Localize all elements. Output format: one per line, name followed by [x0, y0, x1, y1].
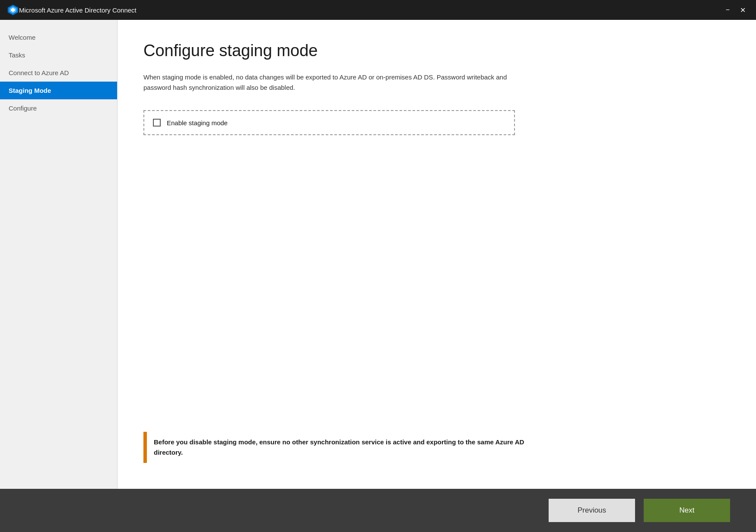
warning-text-content: Before you disable staging mode, ensure … [154, 438, 524, 456]
content-area: Welcome Tasks Connect to Azure AD Stagin… [0, 20, 756, 489]
close-button[interactable]: ✕ [737, 5, 749, 15]
sidebar-item-welcome-label: Welcome [9, 34, 35, 41]
sidebar-item-tasks-label: Tasks [9, 51, 25, 59]
staging-mode-checkbox[interactable] [153, 119, 161, 127]
title-bar: Microsoft Azure Active Directory Connect… [0, 0, 756, 20]
enable-staging-mode-checkbox-container[interactable]: Enable staging mode [143, 110, 515, 135]
sidebar: Welcome Tasks Connect to Azure AD Stagin… [0, 20, 118, 489]
title-bar-controls: − ✕ [722, 5, 749, 15]
sidebar-item-connect-azure-ad[interactable]: Connect to Azure AD [0, 64, 117, 82]
sidebar-item-welcome[interactable]: Welcome [0, 28, 117, 46]
next-button[interactable]: Next [644, 499, 730, 522]
staging-mode-checkbox-label: Enable staging mode [167, 119, 228, 127]
page-description: When staging mode is enabled, no data ch… [143, 72, 515, 93]
sidebar-item-connect-azure-ad-label: Connect to Azure AD [9, 69, 69, 76]
window-body: Welcome Tasks Connect to Azure AD Stagin… [0, 20, 756, 489]
footer: Previous Next [0, 489, 756, 532]
sidebar-item-staging-mode-label: Staging Mode [9, 87, 51, 94]
minimize-button[interactable]: − [722, 5, 733, 15]
azure-logo-icon [7, 4, 19, 16]
sidebar-item-configure-label: Configure [9, 104, 37, 112]
warning-bar-accent [143, 432, 147, 463]
warning-text: Before you disable staging mode, ensure … [147, 432, 558, 463]
sidebar-item-tasks[interactable]: Tasks [0, 46, 117, 64]
sidebar-item-staging-mode[interactable]: Staging Mode [0, 82, 117, 99]
previous-button[interactable]: Previous [549, 499, 635, 522]
page-title: Configure staging mode [143, 41, 730, 60]
sidebar-item-configure[interactable]: Configure [0, 99, 117, 117]
title-bar-text: Microsoft Azure Active Directory Connect [19, 6, 722, 14]
warning-box: Before you disable staging mode, ensure … [143, 432, 558, 463]
main-panel: Configure staging mode When staging mode… [118, 20, 756, 489]
